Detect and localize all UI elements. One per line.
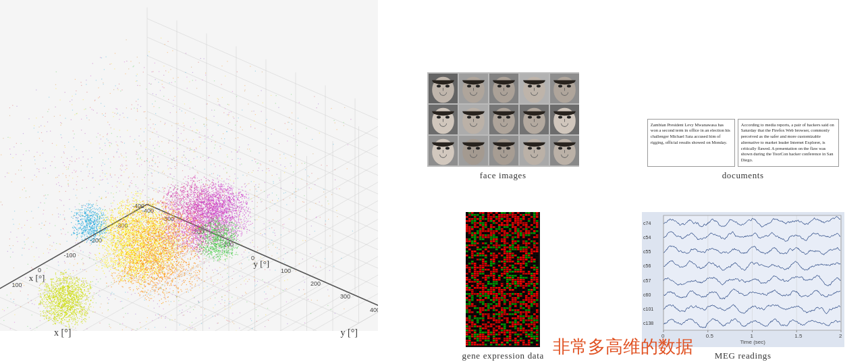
face-images-label: face images (480, 170, 526, 181)
right-panel: face images Zambian President Levy Mwana… (378, 0, 868, 364)
doc-container: Zambian President Levy Mwanawasa has won… (647, 119, 839, 167)
doc-box-1: Zambian President Levy Mwanawasa has won… (647, 119, 735, 167)
footer-text: 非常多高维的数据 (553, 337, 693, 357)
face-images-area: face images (427, 72, 579, 181)
face-images-quadrant: face images (385, 7, 622, 184)
doc2-text: According to media reports, a pair of ha… (741, 122, 834, 163)
documents-area: Zambian President Levy Mwanawasa has won… (647, 119, 839, 181)
3d-scatter-canvas (0, 0, 378, 331)
gene-area: gene expression data (462, 212, 544, 361)
documents-quadrant: Zambian President Levy Mwanawasa has won… (625, 7, 862, 184)
meg-canvas (642, 212, 844, 347)
x-axis-label: x [°] (54, 328, 71, 338)
face-images-canvas (427, 72, 579, 167)
footer-label: 非常多高维的数据 (553, 335, 693, 359)
scatter-plot-panel: x [°] y [°] (0, 0, 378, 364)
doc1-text: Zambian President Levy Mwanawasa has won… (651, 122, 730, 145)
documents-label: documents (722, 170, 764, 181)
gene-expression-label: gene expression data (462, 350, 544, 361)
meg-readings-label: MEG readings (715, 350, 771, 361)
gene-expression-canvas (466, 212, 540, 347)
y-axis-label: y [°] (341, 328, 358, 338)
doc-box-2: According to media reports, a pair of ha… (738, 119, 839, 167)
